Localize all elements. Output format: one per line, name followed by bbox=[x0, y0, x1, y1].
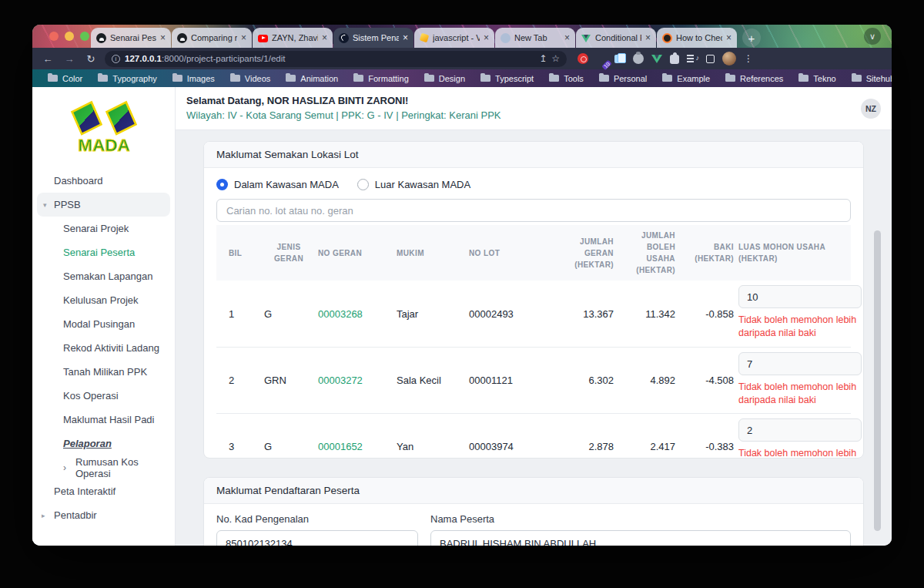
nama-peserta-input[interactable] bbox=[430, 530, 851, 546]
browser-tab[interactable]: ZAYN, Zhavia W × bbox=[253, 28, 333, 48]
main-scroll-area: Maklumat Semakan Lokasi Lot Dalam Kawasa… bbox=[176, 130, 892, 546]
reload-button[interactable] bbox=[83, 53, 99, 65]
luas-mohon-input[interactable] bbox=[738, 285, 862, 308]
bookmark-folder[interactable]: Images bbox=[166, 71, 221, 86]
tab-title: Senarai Pesert bbox=[110, 33, 156, 42]
radio-unselected-icon[interactable] bbox=[357, 179, 369, 190]
sidebar-item[interactable]: Senarai Peserta bbox=[32, 240, 175, 264]
radio-luar-kawasan[interactable]: Luar Kawasan MADA bbox=[357, 179, 470, 190]
cell-no-geran-link[interactable]: 00001652 bbox=[318, 441, 392, 452]
bug-extension-icon[interactable] bbox=[633, 53, 644, 64]
bookmark-folder[interactable]: Formatting bbox=[347, 71, 415, 86]
sidebar-item[interactable]: Rekod Aktiviti Ladang bbox=[32, 336, 175, 360]
mada-logo[interactable]: MADA bbox=[32, 87, 175, 163]
bookmark-folder[interactable]: Typescript bbox=[474, 71, 540, 86]
bookmark-folder[interactable]: Typography bbox=[92, 71, 162, 86]
scrollbar-thumb[interactable] bbox=[874, 230, 881, 531]
sidebar-item[interactable]: Tanah Milikan PPK bbox=[32, 360, 175, 384]
radio-label: Luar Kawasan MADA bbox=[375, 179, 470, 190]
tab-close-icon[interactable]: × bbox=[726, 33, 732, 42]
tab-manager-icon[interactable] bbox=[706, 55, 715, 63]
cell-baki: -0.858 bbox=[680, 308, 734, 320]
sidebar-item[interactable]: Rumusan Kos Operasi bbox=[32, 455, 175, 479]
column-header: NO GERAN bbox=[318, 247, 392, 259]
validation-error-text: Tidak boleh memohon lebih daripada nilai… bbox=[738, 381, 863, 407]
bookmark-folder[interactable]: Sitehub bbox=[845, 71, 892, 86]
red-extension-icon[interactable] bbox=[578, 53, 588, 64]
tab-close-icon[interactable]: × bbox=[645, 33, 651, 42]
radio-selected-icon[interactable] bbox=[216, 179, 228, 190]
bookmark-folder[interactable]: Animation bbox=[280, 71, 344, 86]
bookmark-folder[interactable]: Videos bbox=[224, 71, 276, 86]
maximize-window-button[interactable] bbox=[80, 32, 89, 41]
sidebar-item[interactable]: Dashboard bbox=[32, 169, 175, 193]
browser-tab[interactable]: Senarai Pesert × bbox=[91, 28, 171, 48]
lot-search-input[interactable] bbox=[216, 199, 851, 222]
tab-close-icon[interactable]: × bbox=[160, 33, 166, 42]
cell-no-geran-link[interactable]: 00003268 bbox=[318, 308, 392, 320]
site-info-icon[interactable] bbox=[112, 55, 120, 63]
browser-menu-icon[interactable] bbox=[744, 53, 750, 64]
sidebar-item[interactable]: Pelaporan bbox=[32, 432, 175, 455]
bookmark-folder[interactable]: References bbox=[719, 71, 789, 86]
sidebar-item[interactable]: Pentadbir bbox=[32, 503, 175, 527]
tab-favicon-icon bbox=[96, 33, 106, 43]
luas-mohon-input[interactable] bbox=[738, 418, 862, 442]
sidebar-item[interactable]: Kelulusan Projek bbox=[32, 288, 175, 312]
bookmark-star-icon[interactable] bbox=[551, 53, 560, 64]
tab-search-chevron-icon[interactable] bbox=[864, 28, 881, 45]
bookmark-folder[interactable]: Color bbox=[42, 71, 89, 86]
tab-close-icon[interactable]: × bbox=[564, 33, 570, 42]
luas-mohon-input[interactable] bbox=[738, 352, 862, 375]
sidebar-item[interactable]: Maklumat Hasil Padi bbox=[32, 408, 175, 432]
minimize-window-button[interactable] bbox=[65, 32, 74, 41]
close-window-button[interactable] bbox=[49, 32, 59, 41]
sidebar-item[interactable]: Kos Operasi bbox=[32, 384, 175, 408]
purple-extension-icon[interactable]: 10 bbox=[596, 53, 607, 64]
cell-jumlah-boleh-usaha: 4.892 bbox=[618, 375, 675, 386]
browser-tab[interactable]: Comparing ma × bbox=[172, 28, 252, 48]
sidebar-item[interactable]: Modal Pusingan bbox=[32, 312, 175, 336]
browser-tab[interactable]: New Tab × bbox=[495, 28, 575, 48]
registration-form: No. Kad Pengenalan Nama Peserta bbox=[204, 504, 863, 546]
cell-no-geran-link[interactable]: 00003272 bbox=[318, 375, 392, 386]
sidebar-item[interactable]: Senarai Projek bbox=[32, 217, 175, 240]
bookmark-folder[interactable]: Tools bbox=[543, 71, 590, 86]
user-avatar[interactable]: NZ bbox=[861, 99, 881, 119]
table-row: 3 G 00001652 Yan 00003974 2.878 2.417 -0… bbox=[216, 413, 851, 459]
bookmark-folder[interactable]: Tekno bbox=[792, 71, 842, 86]
browser-tab[interactable]: How to Check × bbox=[657, 28, 737, 48]
address-bar[interactable]: 127.0.0.1:8000/project-participants/1/ed… bbox=[105, 51, 567, 67]
no-kad-pengenalan-input[interactable] bbox=[216, 530, 418, 546]
extensions-puzzle-icon[interactable] bbox=[670, 55, 679, 64]
sidebar-item-label: Rekod Aktiviti Ladang bbox=[63, 342, 159, 354]
radio-dalam-kawasan[interactable]: Dalam Kawasan MADA bbox=[216, 179, 339, 190]
playlist-icon[interactable] bbox=[687, 53, 698, 64]
tab-close-icon[interactable]: × bbox=[484, 33, 489, 42]
sidebar-item[interactable]: Semakan Lapangan bbox=[32, 264, 175, 288]
tab-close-icon[interactable]: × bbox=[241, 33, 246, 42]
vue-devtools-icon[interactable] bbox=[651, 53, 662, 64]
tab-favicon-icon bbox=[581, 33, 591, 43]
bookmark-folder[interactable]: Design bbox=[418, 71, 471, 86]
tab-close-icon[interactable]: × bbox=[403, 33, 408, 42]
browser-tab[interactable]: Sistem Penanan × bbox=[333, 28, 413, 48]
user-meta-text: Wilayah: IV - Kota Sarang Semut | PPK: G… bbox=[186, 109, 500, 123]
field-label: Nama Peserta bbox=[430, 513, 851, 525]
sidebar-item[interactable]: PPSB bbox=[37, 193, 170, 217]
registration-card: Maklumat Pendaftaran Peserta No. Kad Pen… bbox=[203, 477, 864, 546]
tab-close-icon[interactable]: × bbox=[322, 33, 327, 42]
pages-extension-icon[interactable] bbox=[614, 53, 625, 64]
browser-tab[interactable]: Conditional Re × bbox=[576, 28, 656, 48]
bookmark-folder[interactable]: Personal bbox=[593, 71, 653, 86]
cell-jenis-geran: G bbox=[264, 441, 313, 452]
browser-window: Senarai Pesert × Comparing ma × ZAYN, Zh… bbox=[32, 25, 892, 546]
browser-tab[interactable]: javascript - Vu × bbox=[414, 28, 494, 48]
forward-button[interactable] bbox=[62, 53, 77, 65]
share-icon[interactable] bbox=[539, 53, 547, 64]
sidebar-item[interactable]: Peta Interaktif bbox=[32, 479, 175, 503]
bookmark-folder[interactable]: Example bbox=[656, 71, 716, 86]
new-tab-button[interactable] bbox=[742, 29, 761, 47]
back-button[interactable] bbox=[40, 53, 55, 65]
profile-avatar[interactable] bbox=[722, 52, 736, 66]
